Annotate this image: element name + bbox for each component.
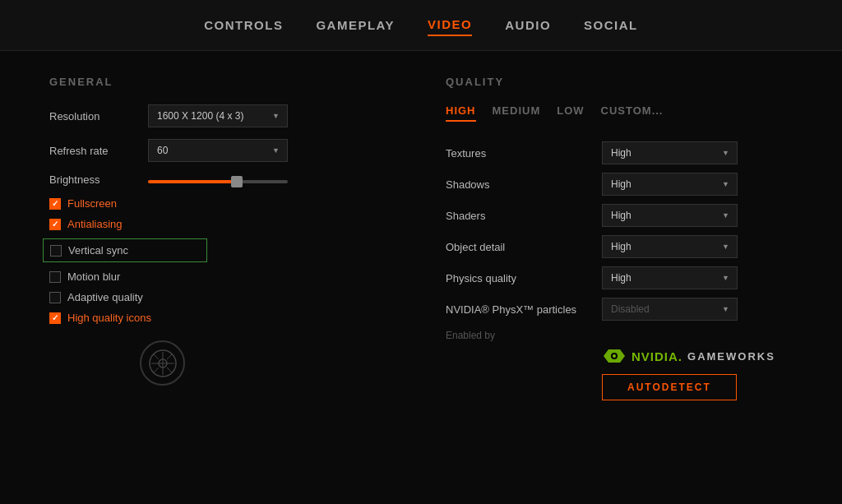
physx-label: NVIDIA® PhysX™ particles xyxy=(446,303,602,316)
object-detail-select[interactable]: HighMediumLow xyxy=(602,235,738,258)
motion-blur-checkbox[interactable] xyxy=(49,271,61,283)
main-content: GENERAL Resolution 1600 X 1200 (4 x 3) 1… xyxy=(0,51,842,425)
adaptive-quality-checkbox-row: Adaptive quality xyxy=(49,291,396,303)
fullscreen-checkbox[interactable] xyxy=(49,198,61,210)
brightness-row: Brightness xyxy=(49,173,396,186)
nav-social[interactable]: SOCIAL xyxy=(584,15,638,35)
gamepad-svg xyxy=(148,349,178,378)
resolution-row: Resolution 1600 X 1200 (4 x 3) 1920 X 10… xyxy=(49,104,396,127)
nvidia-area: NVIDIA. GAMEWORKS xyxy=(602,348,793,364)
nav-audio[interactable]: AUDIO xyxy=(505,15,551,35)
shaders-select-wrapper: HighMediumLow xyxy=(602,204,738,227)
refresh-rate-select-wrapper: 60 120 144 xyxy=(148,139,288,162)
enabled-by-text: Enabled by xyxy=(446,330,495,341)
physics-quality-select[interactable]: HighMediumLow xyxy=(602,266,738,289)
physics-quality-label: Physics quality xyxy=(446,272,602,284)
gamepad-icon xyxy=(140,340,185,386)
svg-line-7 xyxy=(167,368,173,373)
nvidia-section: Enabled by NVIDIA. GAMEWORKS xyxy=(446,329,793,364)
nav-controls[interactable]: CONTROLS xyxy=(204,15,283,35)
svg-line-5 xyxy=(167,354,173,359)
refresh-rate-label: Refresh rate xyxy=(49,145,148,157)
nav-video[interactable]: VIDEO xyxy=(428,14,472,36)
antialiasing-checkbox-row: Antialiasing xyxy=(49,218,396,230)
vertical-sync-label: Vertical sync xyxy=(68,244,128,257)
svg-line-6 xyxy=(153,368,159,373)
quality-tab-low[interactable]: LOW xyxy=(557,104,584,122)
refresh-rate-select[interactable]: 60 120 144 xyxy=(148,139,288,162)
shaders-label: Shaders xyxy=(446,210,602,222)
quality-panel: QUALITY HIGH MEDIUM LOW CUSTOM... Textur… xyxy=(446,76,793,400)
nvidia-brand: NVIDIA. xyxy=(632,349,682,363)
nvidia-eye-icon xyxy=(602,348,627,364)
high-quality-icons-label: High quality icons xyxy=(67,312,151,324)
shaders-select[interactable]: HighMediumLow xyxy=(602,204,738,227)
textures-select-wrapper: HighMediumLow xyxy=(602,141,738,164)
quality-tabs: HIGH MEDIUM LOW CUSTOM... xyxy=(446,104,793,122)
quality-tab-high[interactable]: HIGH xyxy=(446,104,476,122)
general-panel: GENERAL Resolution 1600 X 1200 (4 x 3) 1… xyxy=(49,76,396,400)
textures-row: Textures HighMediumLow xyxy=(446,141,793,164)
object-detail-label: Object detail xyxy=(446,241,602,253)
resolution-select[interactable]: 1600 X 1200 (4 x 3) 1920 X 1080 (16 x 9) xyxy=(148,104,288,127)
general-title: GENERAL xyxy=(49,76,396,88)
high-quality-icons-checkbox[interactable] xyxy=(49,312,61,324)
brightness-label: Brightness xyxy=(49,173,148,186)
top-navigation: CONTROLS GAMEPLAY VIDEO AUDIO SOCIAL xyxy=(0,0,842,51)
resolution-select-wrapper: 1600 X 1200 (4 x 3) 1920 X 1080 (16 x 9) xyxy=(148,104,288,127)
physics-quality-select-wrapper: HighMediumLow xyxy=(602,266,738,289)
shaders-row: Shaders HighMediumLow xyxy=(446,204,793,227)
shadows-row: Shadows HighMediumLow xyxy=(446,173,793,196)
nav-gameplay[interactable]: GAMEPLAY xyxy=(316,15,395,35)
textures-label: Textures xyxy=(446,147,602,160)
shadows-select[interactable]: HighMediumLow xyxy=(602,173,738,196)
motion-blur-checkbox-row: Motion blur xyxy=(49,270,396,283)
high-quality-icons-checkbox-row: High quality icons xyxy=(49,312,396,324)
resolution-label: Resolution xyxy=(49,110,148,123)
vertical-sync-checkbox-row: Vertical sync xyxy=(43,238,207,262)
adaptive-quality-checkbox[interactable] xyxy=(49,292,61,303)
object-detail-select-wrapper: HighMediumLow xyxy=(602,235,738,258)
nvidia-logo: NVIDIA. GAMEWORKS xyxy=(602,348,775,364)
quality-tab-medium[interactable]: MEDIUM xyxy=(493,104,541,122)
svg-line-4 xyxy=(153,354,159,359)
physics-quality-row: Physics quality HighMediumLow xyxy=(446,266,793,289)
motion-blur-label: Motion blur xyxy=(67,270,120,283)
gameworks-brand: GAMEWORKS xyxy=(687,350,775,363)
brightness-slider[interactable] xyxy=(148,180,288,183)
object-detail-row: Object detail HighMediumLow xyxy=(446,235,793,258)
vertical-sync-checkbox[interactable] xyxy=(50,245,62,257)
autodetect-button[interactable]: AUTODETECT xyxy=(602,374,737,400)
gamepad-area xyxy=(140,340,396,386)
physx-row: NVIDIA® PhysX™ particles DisabledHighMed… xyxy=(446,298,793,321)
physx-select-wrapper: DisabledHighMediumLow xyxy=(602,298,738,321)
refresh-rate-row: Refresh rate 60 120 144 xyxy=(49,139,396,162)
adaptive-quality-label: Adaptive quality xyxy=(67,291,143,303)
physx-select[interactable]: DisabledHighMediumLow xyxy=(602,298,738,321)
textures-select[interactable]: HighMediumLow xyxy=(602,141,738,164)
quality-title: QUALITY xyxy=(446,76,793,88)
antialiasing-checkbox[interactable] xyxy=(49,219,61,230)
svg-point-10 xyxy=(613,354,616,358)
shadows-label: Shadows xyxy=(446,178,602,191)
fullscreen-checkbox-row: Fullscreen xyxy=(49,197,396,210)
antialiasing-label: Antialiasing xyxy=(67,218,123,230)
fullscreen-label: Fullscreen xyxy=(67,197,117,210)
quality-tab-custom[interactable]: CUSTOM... xyxy=(601,104,664,122)
shadows-select-wrapper: HighMediumLow xyxy=(602,173,738,196)
brightness-slider-container xyxy=(148,173,288,186)
